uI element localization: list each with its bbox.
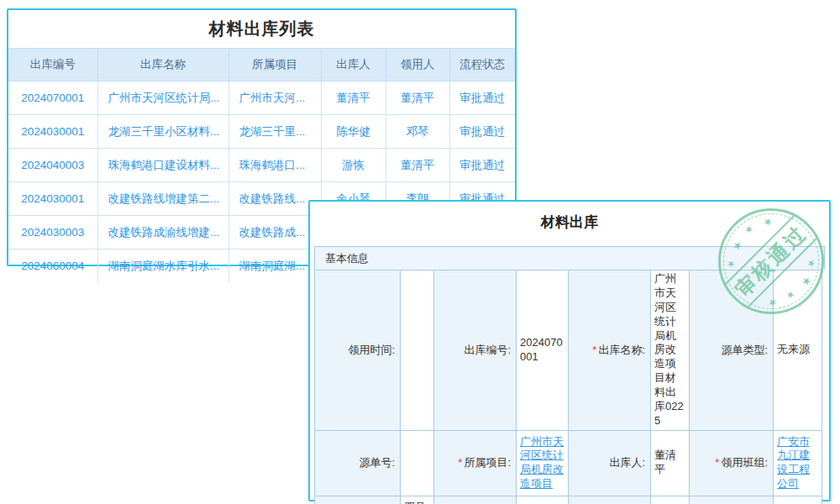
table-header-row: 出库编号 出库名称 所属项目 出库人 领用人 流程状态 bbox=[8, 49, 515, 81]
field-label-source-no: 源单号: bbox=[315, 430, 401, 496]
cell-project: 改建铁路线... bbox=[228, 182, 321, 216]
status-badge: 审批通过 bbox=[449, 115, 515, 149]
outbound-detail-form: 领用时间: 出库编号: 2024070001 *出库名称: 广州市天河区统计局机… bbox=[314, 270, 822, 504]
cell-outbound-name: 珠海鹤港口建设材料... bbox=[97, 149, 228, 182]
cell-outbound-name: 湖南洞庭湖水库引水... bbox=[97, 249, 228, 283]
cell-outbound-name: 龙湖三千里小区材料... bbox=[97, 115, 228, 149]
cell-project: 龙湖三千里... bbox=[228, 115, 321, 149]
column-header-project: 所属项目 bbox=[228, 49, 321, 81]
status-badge: 审批通过 bbox=[449, 149, 515, 182]
cell-outbound-no: 2024060004 bbox=[8, 249, 97, 283]
cell-issuer: 董清平 bbox=[321, 81, 386, 115]
material-outbound-detail-panel: 材料出库 基本信息 领用时间: 出库编号: 2024070001 *出库名称: … bbox=[308, 200, 831, 501]
page: 材料出库列表 出库编号 出库名称 所属项目 出库人 领用人 流程状态 20240… bbox=[0, 0, 840, 504]
cell-outbound-name: 广州市天河区统计局... bbox=[97, 81, 228, 115]
field-label-outbound-name: *出库名称: bbox=[569, 270, 651, 431]
column-header-outbound-no: 出库编号 bbox=[8, 49, 97, 81]
table-row[interactable]: 2024070001 广州市天河区统计局... 广州市天河... 董清平 董清平… bbox=[8, 81, 515, 115]
field-label-warehouse: *库房: bbox=[315, 496, 401, 504]
field-label-outbound-no: 出库编号: bbox=[434, 270, 517, 431]
required-asterisk: * bbox=[592, 344, 596, 356]
field-value-source-type: 无来源 bbox=[774, 270, 822, 431]
field-label-source-type: 源单类型: bbox=[690, 270, 774, 431]
cell-project: 湖南洞庭湖... bbox=[228, 249, 321, 283]
cell-outbound-name: 改建铁路线增建第二... bbox=[97, 182, 228, 216]
cell-outbound-no: 2024030001 bbox=[8, 182, 97, 216]
project-link[interactable]: 广州市天河区统计局机房改造项目 bbox=[520, 435, 564, 492]
field-value-outbound-name: 广州市天河区统计局机房改造项目材料出库0225 bbox=[651, 270, 690, 431]
empty-value-cell bbox=[774, 496, 822, 504]
table-row[interactable]: 2024040003 珠海鹤港口建设材料... 珠海鹤港口... 游恢 董清平 … bbox=[8, 149, 515, 182]
field-value-recipient: 董清平 bbox=[517, 496, 569, 504]
cell-project: 珠海鹤港口... bbox=[228, 149, 321, 182]
cell-recipient: 董清平 bbox=[386, 81, 449, 115]
field-label-team: *领用班组: bbox=[690, 430, 774, 496]
field-value-issuer: 董清平 bbox=[651, 430, 690, 496]
field-value-outbound-no: 2024070001 bbox=[517, 270, 569, 431]
field-label-issuer: 出库人: bbox=[569, 430, 651, 496]
form-row: 源单号: *所属项目: 广州市天河区统计局机房改造项目 出库人: 董清平 *领用… bbox=[315, 430, 822, 496]
column-header-status: 流程状态 bbox=[449, 49, 515, 81]
column-header-issuer: 出库人 bbox=[321, 49, 386, 81]
field-value-source-no bbox=[401, 430, 434, 496]
column-header-outbound-name: 出库名称 bbox=[97, 49, 228, 81]
section-header-basic-info: 基本信息 bbox=[314, 246, 825, 270]
cell-issuer: 游恢 bbox=[321, 149, 386, 182]
cell-project: 改建铁路成... bbox=[228, 216, 321, 249]
cell-outbound-name: 改建铁路成渝线增建... bbox=[97, 216, 228, 249]
field-value-team: 广安市九江建设工程公司 bbox=[774, 430, 822, 496]
cell-outbound-no: 2024070001 bbox=[8, 81, 97, 115]
field-value-warehouse: 四号仓库 bbox=[401, 496, 434, 504]
required-asterisk: * bbox=[458, 456, 462, 469]
cell-outbound-no: 2024030001 bbox=[8, 115, 97, 149]
required-asterisk: * bbox=[715, 456, 719, 469]
field-label-receive-time: 领用时间: bbox=[315, 270, 401, 431]
empty-value-cell bbox=[651, 496, 690, 504]
column-header-recipient: 领用人 bbox=[386, 49, 449, 81]
team-link[interactable]: 广安市九江建设工程公司 bbox=[777, 435, 818, 492]
cell-recipient: 邓琴 bbox=[386, 115, 449, 149]
field-label-project: *所属项目: bbox=[434, 430, 517, 496]
form-row: *库房: 四号仓库 领用人: 董清平 bbox=[315, 496, 822, 504]
cell-outbound-no: 2024030003 bbox=[8, 216, 97, 249]
field-label-recipient: 领用人: bbox=[434, 496, 517, 504]
cell-outbound-no: 2024040003 bbox=[8, 149, 97, 182]
form-row: 领用时间: 出库编号: 2024070001 *出库名称: 广州市天河区统计局机… bbox=[315, 270, 822, 431]
status-badge: 审批通过 bbox=[449, 81, 515, 115]
field-value-receive-time[interactable] bbox=[401, 270, 434, 431]
cell-project: 广州市天河... bbox=[228, 81, 321, 115]
detail-title: 材料出库 bbox=[310, 213, 829, 233]
list-title: 材料出库列表 bbox=[8, 10, 515, 48]
table-row[interactable]: 2024030001 龙湖三千里小区材料... 龙湖三千里... 陈华健 邓琴 … bbox=[8, 115, 515, 149]
empty-label-cell bbox=[569, 496, 651, 504]
field-value-project: 广州市天河区统计局机房改造项目 bbox=[517, 430, 569, 496]
empty-label-cell bbox=[690, 496, 774, 504]
cell-recipient: 董清平 bbox=[386, 149, 449, 182]
cell-issuer: 陈华健 bbox=[321, 115, 386, 149]
